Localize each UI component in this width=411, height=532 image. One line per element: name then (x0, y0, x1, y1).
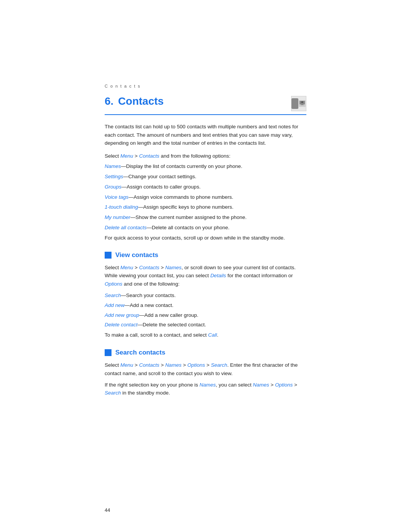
vc-footer: To make a call, scroll to a contact, and… (105, 331, 306, 340)
dash-voice-tags: — (129, 194, 134, 200)
menu-item-groups: Groups—Assign contacts to caller groups. (105, 183, 306, 192)
sc-search-link: Search (211, 362, 227, 368)
sc-options-link: Options (187, 362, 205, 368)
sc2-sep3: > (293, 382, 297, 388)
sc-sep3: > (182, 362, 187, 368)
vc-footer-suffix: . (217, 332, 218, 338)
menu-item-text-1touch: Assign specific keys to phone numbers. (143, 204, 233, 210)
sc-contacts-link: Contacts (139, 362, 159, 368)
vc-footer-prefix: To make a call, scroll to a contact, and… (105, 332, 208, 338)
sc-menu-link: Menu (120, 362, 133, 368)
sc-sep2: > (159, 362, 165, 368)
menu-suffix: and from the following options: (159, 153, 231, 159)
menu-item-link-settings: Settings (105, 174, 123, 179)
quick-access-text: For quick access to your contacts, scrol… (105, 234, 306, 242)
menu-items-list: Names—Display the list of contacts curre… (105, 162, 306, 233)
vc-prefix: Select (105, 265, 120, 270)
vc-options-link: Options (105, 281, 123, 287)
dash-deleteall: — (147, 225, 152, 230)
dash-1touch: — (138, 204, 143, 210)
menu-item-link-deleteall: Delete all contacts (105, 225, 147, 230)
page-number: 44 (105, 507, 110, 513)
vc-suffix3: and one of the following: (123, 281, 180, 287)
menu-link2: Contacts (139, 153, 159, 159)
menu-item-link-mynumber: My number (105, 214, 131, 220)
view-contacts-body: Select Menu > Contacts > Names, or scrol… (105, 264, 306, 288)
vc-contacts-link: Contacts (139, 265, 159, 270)
dash-mynumber: — (131, 214, 136, 220)
search-contacts-body1: Select Menu > Contacts > Names > Options… (105, 361, 306, 377)
menu-item-1touch: 1-touch dialing—Assign specific keys to … (105, 203, 306, 212)
vc-search-link: Search (105, 292, 121, 298)
sc-names-link: Names (165, 362, 182, 368)
menu-item-mynumber: My number—Show the current number assign… (105, 213, 306, 222)
sc-sep4: > (205, 362, 211, 368)
intro-paragraph: The contacts list can hold up to 500 con… (105, 123, 306, 147)
vc-deletecontact-dash: — (137, 322, 143, 328)
vc-addnewgroup-link: Add new group (105, 312, 139, 318)
menu-item-link-names: Names (105, 163, 121, 169)
vc-item-search: Search—Search your contacts. (105, 291, 306, 300)
sc2-names-link2: Names (253, 382, 269, 388)
vc-deletecontact-text: Delete the selected contact. (143, 322, 206, 328)
menu-item-link-1touch: 1-touch dialing (105, 204, 138, 210)
menu-item-names: Names—Display the list of contacts curre… (105, 162, 306, 171)
view-contacts-title: View contacts (115, 251, 158, 259)
dash-settings: — (123, 174, 129, 179)
vc-item-addnew: Add new—Add a new contact. (105, 301, 306, 310)
sep1: > (133, 153, 139, 159)
sc2-search-link: Search (105, 390, 121, 396)
menu-item-link-groups: Groups (105, 184, 121, 190)
svg-point-2 (301, 101, 303, 103)
chapter-icon (291, 96, 306, 111)
vc-sep2: > (159, 265, 165, 270)
menu-link1: Menu (120, 153, 133, 159)
vc-search-text: Search your contacts. (126, 292, 176, 298)
vc-deletecontact-link: Delete contact (105, 322, 137, 328)
vc-suffix2: for the contact information or (226, 273, 293, 278)
search-contacts-body2: If the right selection key on your phone… (105, 381, 306, 397)
vc-menu-link: Menu (120, 265, 133, 270)
sc2-prefix: If the right selection key on your phone… (105, 382, 199, 388)
sc2-suffix1: , you can select (216, 382, 253, 388)
menu-item-text-deleteall: Delete all contacts on your phone. (152, 225, 229, 230)
sc2-options-link: Options (275, 382, 293, 388)
menu-item-deleteall: Delete all contacts—Delete all contacts … (105, 224, 306, 232)
menu-item-voice-tags: Voice tags—Assign voice commands to phon… (105, 193, 306, 202)
view-contacts-items: Search—Search your contacts. Add new—Add… (105, 291, 306, 330)
vc-call-link: Call (208, 332, 217, 338)
search-contacts-square (105, 349, 112, 356)
menu-item-text-mynumber: Show the current number assigned to the … (135, 214, 247, 220)
page: C o n t a c t s 6. Contacts The contacts… (0, 0, 411, 532)
menu-item-text-groups: Assign contacts to caller groups. (127, 184, 201, 190)
search-contacts-title: Search contacts (115, 349, 165, 356)
sc-prefix: Select (105, 362, 120, 368)
view-contacts-header: View contacts (105, 251, 306, 259)
select-prefix: Select (105, 153, 120, 159)
menu-item-settings: Settings—Change your contact settings. (105, 173, 306, 181)
menu-item-link-voice-tags: Voice tags (105, 194, 129, 200)
vc-addnewgroup-text: Add a new caller group. (144, 312, 198, 318)
vc-addnewgroup-dash: — (139, 312, 145, 318)
sc2-suffix2: in the standby mode. (121, 390, 170, 396)
vc-details-link: Details (210, 273, 226, 278)
vc-item-addnewgroup: Add new group—Add a new caller group. (105, 311, 306, 320)
vc-addnew-link: Add new (105, 302, 125, 308)
sc2-names-link1: Names (199, 382, 216, 388)
select-menu-line: Select Menu > Contacts and from the foll… (105, 152, 306, 161)
chapter-title: Contacts (118, 95, 164, 107)
vc-names-link: Names (165, 265, 182, 270)
dash-names: — (121, 163, 126, 169)
contacts-icon (298, 97, 306, 110)
vc-search-dash: — (121, 292, 126, 298)
menu-item-text-names: Display the list of contacts currently o… (126, 163, 242, 169)
sc-sep1: > (133, 362, 139, 368)
dash-groups: — (121, 184, 127, 190)
chapter-label: C o n t a c t s (105, 84, 306, 88)
menu-item-text-voice-tags: Assign voice commands to phone numbers. (134, 194, 233, 200)
vc-addnew-dash: — (125, 302, 130, 308)
chapter-header: 6. Contacts (105, 95, 306, 115)
vc-item-deletecontact: Delete contact—Delete the selected conta… (105, 321, 306, 329)
chapter-number: 6. (105, 95, 113, 107)
search-contacts-header: Search contacts (105, 349, 306, 356)
